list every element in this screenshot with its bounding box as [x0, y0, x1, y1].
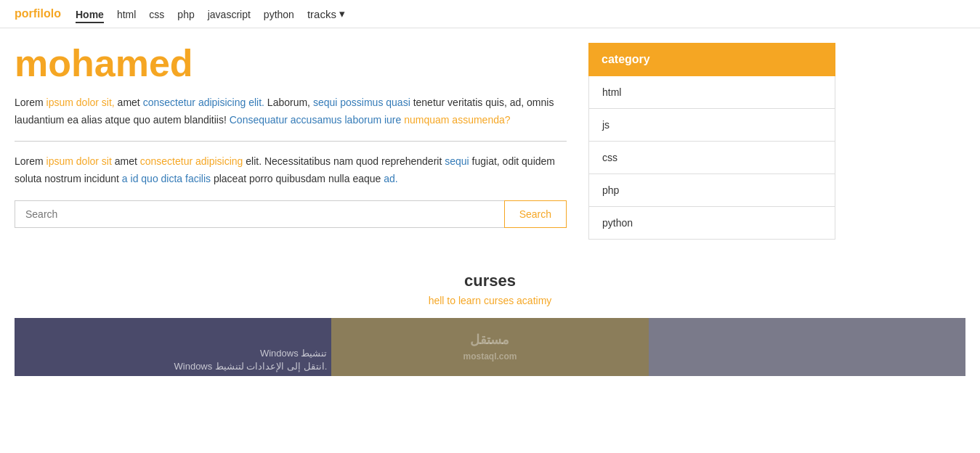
search-input[interactable] [15, 200, 504, 228]
brand-logo[interactable]: porfilolo [15, 7, 61, 20]
search-button[interactable]: Search [504, 200, 567, 228]
category-item-css[interactable]: css [589, 142, 835, 174]
category-item-php[interactable]: php [589, 174, 835, 207]
category-item-html[interactable]: html [589, 76, 835, 109]
category-list: html js css php python [588, 76, 835, 240]
category-header: category [588, 43, 835, 76]
nav-item-python[interactable]: python [264, 9, 294, 20]
nav-item-html[interactable]: html [117, 9, 136, 20]
nav-item-css[interactable]: css [149, 9, 164, 20]
thumb-ar-line2: .انتقل إلى الإعدادات لتنشيط Windows [19, 360, 327, 373]
courses-section: curses hell to learn curses acatimy تنشي… [0, 250, 980, 376]
page-title: mohamed [15, 43, 567, 84]
category-item-js[interactable]: js [589, 109, 835, 142]
tracks-label: tracks [307, 8, 336, 20]
intro-paragraph-2: Lorem ipsum dolor sit amet consectetur a… [15, 153, 567, 188]
page-layout: mohamed Lorem ipsum dolor sit, amet cons… [0, 28, 980, 250]
nav-item-home[interactable]: Home [76, 9, 104, 23]
courses-subtitle: hell to learn curses acatimy [15, 295, 965, 306]
section-divider [15, 141, 567, 142]
thumb-overlay-1: تنشيط Windows .انتقل إلى الإعدادات لتنشي… [19, 347, 327, 373]
nav-links: Home html css php javascript python trac… [76, 7, 345, 20]
thumb-text-ar-1: تنشيط Windows .انتقل إلى الإعدادات لتنشي… [19, 347, 327, 373]
nav-item-php[interactable]: php [177, 9, 194, 20]
main-content: mohamed Lorem ipsum dolor sit, amet cons… [15, 43, 567, 250]
courses-title: curses [15, 272, 965, 290]
mostaql-watermark: مستقلmostaql.com [463, 332, 517, 363]
category-item-python[interactable]: python [589, 207, 835, 239]
course-thumb-3[interactable] [649, 318, 965, 376]
nav-item-javascript[interactable]: javascript [208, 9, 251, 20]
course-thumbnails: تنشيط Windows .انتقل إلى الإعدادات لتنشي… [15, 318, 965, 376]
intro-paragraph-1: Lorem ipsum dolor sit, amet consectetur … [15, 94, 567, 129]
nav-item-tracks[interactable]: tracks ▾ [307, 7, 345, 20]
sidebar: category html js css php python [588, 43, 835, 250]
navbar: porfilolo Home html css php javascript p… [0, 0, 980, 28]
search-bar: Search [15, 200, 567, 228]
thumb-ar-line1: تنشيط Windows [19, 347, 327, 360]
dropdown-arrow-icon: ▾ [339, 7, 345, 20]
course-thumb-2[interactable]: مستقلmostaql.com [331, 318, 648, 376]
course-thumb-1[interactable]: تنشيط Windows .انتقل إلى الإعدادات لتنشي… [15, 318, 331, 376]
